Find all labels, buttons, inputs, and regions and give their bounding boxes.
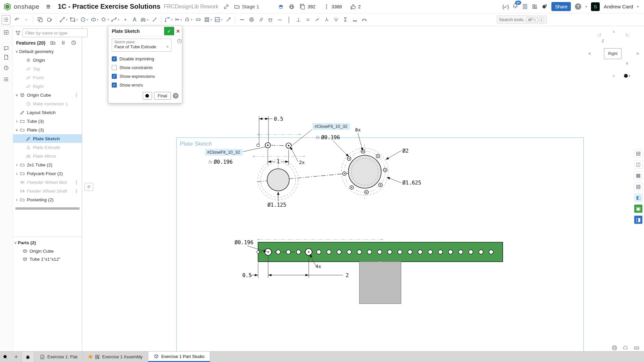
onshape-logo-icon[interactable] (3, 3, 11, 11)
tool-ellipse[interactable]: ∨ (90, 15, 100, 24)
close-icon[interactable]: × (176, 28, 180, 34)
tool-point[interactable] (121, 15, 130, 24)
plate-hole[interactable] (408, 250, 412, 254)
public-icon[interactable] (289, 4, 295, 10)
location-label[interactable]: Stage 1 (242, 4, 259, 9)
checkbox-show-constraints[interactable]: Show constraints (112, 63, 179, 72)
selection-context-button[interactable] (85, 183, 93, 191)
view-cube-face[interactable]: Right (604, 48, 622, 59)
keyboard-shortcuts-icon[interactable] (634, 345, 640, 351)
chevron-right-icon[interactable]: › (14, 197, 19, 202)
plate-hole[interactable] (327, 250, 331, 254)
parts-header[interactable]: ∨ Parts (2) (13, 238, 82, 247)
plate-hole[interactable] (479, 250, 483, 254)
suppress-icon[interactable] (60, 40, 66, 46)
tool-equal[interactable]: = (303, 15, 312, 24)
chevron-down-icon[interactable]: ∨ (14, 93, 19, 97)
part-tube-1-x1-x12-[interactable]: Tube 1"x1"x12" (13, 255, 82, 263)
chevron-right-icon[interactable]: › (14, 171, 19, 176)
search-tools[interactable]: alt/⌥ c (497, 15, 547, 24)
scrollbar-thumb[interactable] (15, 207, 80, 210)
dimension-bolt-circle[interactable]: Ø1.625 (387, 177, 421, 186)
print-icon[interactable] (611, 345, 617, 351)
chevron-down-icon[interactable]: ∨ (210, 18, 212, 21)
document-title[interactable]: 1C - Practice Exercise Solutions (58, 3, 160, 10)
versions-icon[interactable] (324, 4, 330, 10)
featurescript-icon[interactable]: {✓} (502, 4, 508, 9)
rotate-left-icon[interactable]: ◀ (588, 51, 591, 56)
rotate-ccw-icon[interactable]: ↺ (597, 32, 601, 39)
education-icon[interactable] (278, 4, 284, 10)
tasks-icon[interactable] (522, 4, 528, 9)
likes-icon[interactable] (350, 4, 356, 10)
dimension-hub-dia[interactable]: Ø1.125 (267, 192, 286, 208)
tool-spline[interactable]: ∨ (110, 15, 120, 24)
feature-origin-cube[interactable]: ∨Origin Cube⋮ (13, 91, 82, 99)
feature-2x1-tube-2-[interactable]: ›2x1 Tube (2) (13, 160, 82, 169)
chevron-down-icon[interactable]: ▾ (629, 74, 630, 77)
tool-fix[interactable] (350, 15, 359, 24)
tool-perpendicular[interactable]: ⊥ (294, 15, 303, 24)
home-tab-button[interactable] (21, 352, 34, 362)
notifications-button[interactable]: 9+ (512, 3, 518, 10)
checkbox-disable-imprinting[interactable]: ✓Disable imprinting (112, 54, 179, 63)
rotate-down-icon[interactable]: ▼ (612, 74, 616, 79)
tool-symmetric[interactable] (332, 15, 340, 24)
tool-midpoint[interactable] (313, 15, 321, 24)
tool-undo[interactable]: ↶ (12, 15, 21, 24)
tool-text[interactable]: A (130, 15, 139, 24)
chevron-down-icon[interactable]: ∨ (76, 18, 78, 21)
left-strip-feature-list-button[interactable] (3, 76, 10, 83)
feature-layout-sketch[interactable]: Layout Sketch (13, 108, 82, 117)
link-icon[interactable] (223, 4, 229, 10)
tool-rectangle[interactable]: ∨ (69, 15, 79, 24)
feature-front[interactable]: Front (13, 73, 82, 82)
plate-hole[interactable] (388, 250, 392, 254)
learning-center-icon[interactable] (542, 4, 547, 9)
left-strip-history-button[interactable] (3, 65, 10, 72)
plate-hole[interactable] (276, 250, 281, 254)
right-dock-select-panel-icon[interactable]: ▤ (634, 149, 643, 158)
chevron-down-icon[interactable]: ∨ (14, 128, 19, 132)
view-cube-menu[interactable]: ▾ (623, 73, 630, 79)
new-folder-icon[interactable] (50, 40, 56, 46)
plate-hole[interactable] (428, 250, 433, 254)
copies-icon[interactable] (299, 4, 305, 10)
final-button[interactable]: Final (154, 92, 171, 100)
chevron-down-icon[interactable]: ∨ (13, 241, 18, 245)
feature-polycarb-floor-2-[interactable]: ›Polycarb Floor (2) (13, 169, 82, 178)
tab-exercise-1-assembly[interactable]: Exercise 1 Assembly (83, 352, 148, 362)
chevron-down-icon[interactable]: ∨ (14, 49, 19, 54)
rotate-cw-icon[interactable]: ↻ (625, 32, 630, 39)
plate-hole[interactable] (458, 250, 463, 254)
chevron-down-icon[interactable]: ∨ (87, 18, 89, 21)
filter-icon[interactable] (15, 30, 21, 36)
checkbox-box[interactable]: ✓ (112, 74, 117, 79)
avatar[interactable]: S (591, 2, 600, 11)
feature-pocketing-2-[interactable]: ›Pocketing (2) (13, 195, 82, 204)
right-dock-highlight-panel-icon[interactable]: ◧ (634, 193, 643, 202)
chevron-down-icon[interactable]: ∨ (171, 18, 173, 21)
app-store-icon[interactable] (532, 4, 538, 9)
closefit-label-right[interactable]: #CloseFit_10_32 fx Ø0.196 8x (292, 123, 363, 157)
feature-default-geometry[interactable]: ∨Default geometry (13, 47, 82, 56)
left-strip-comment-button[interactable] (3, 46, 10, 52)
plate-hole[interactable] (337, 250, 341, 254)
dimension-top-offset[interactable]: 0.5 (259, 116, 283, 144)
plate-hole[interactable] (317, 250, 321, 254)
origin-cube-part[interactable] (359, 262, 401, 304)
tool-tangent[interactable] (266, 15, 275, 24)
right-dock-display-panel-icon[interactable]: ◫ (634, 160, 643, 169)
checkbox-box[interactable]: ✓ (112, 56, 117, 61)
tool-sketch-list[interactable] (2, 15, 10, 24)
sketch-options-button[interactable] (143, 92, 152, 100)
chevron-down-icon[interactable]: ∨ (97, 18, 99, 21)
chevron-down-icon[interactable]: ∨ (221, 18, 223, 21)
tool-line[interactable]: ∨ (59, 15, 68, 24)
sketch-plane-field[interactable]: Sketch plane Face of Tube Extrude × (112, 39, 171, 52)
feature-feeder-wheel-shaft[interactable]: Feeder Wheel Shaft⋮ (13, 187, 82, 195)
more-options-icon[interactable]: ⋮ (74, 180, 81, 185)
tool-import-dxf[interactable]: DXF∨ (214, 15, 224, 24)
plate-hole[interactable] (367, 250, 372, 254)
tool-mirror[interactable]: ∨ (140, 15, 149, 24)
